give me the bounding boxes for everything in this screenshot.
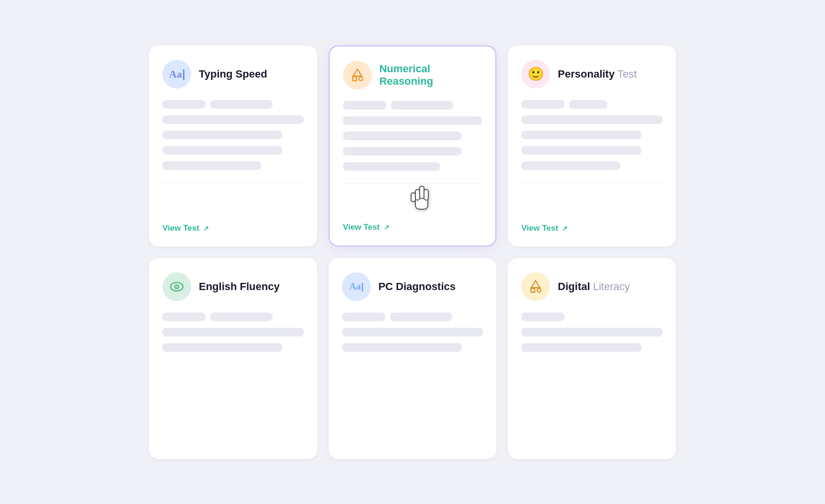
card-digital-literacy[interactable]: Digital Literacy — [508, 258, 676, 459]
card-personality-test[interactable]: 🙂 Personality Test View Test ↗ — [508, 45, 676, 246]
skeleton-line — [162, 343, 282, 352]
shapes-svg — [350, 67, 365, 83]
skeleton-row-1 — [343, 101, 482, 110]
skeleton-line — [162, 146, 282, 155]
skeleton-row-1 — [162, 100, 304, 109]
digital-literacy-icon — [521, 272, 550, 301]
skeleton-line — [162, 328, 304, 336]
svg-rect-1 — [353, 77, 356, 80]
skeleton-pill — [162, 100, 206, 109]
title-bold: Digital — [558, 280, 590, 292]
title-gray: Test — [615, 68, 637, 80]
external-link-icon: ↗ — [203, 224, 209, 232]
svg-point-13 — [537, 288, 541, 292]
personality-test-title: Personality Test — [558, 68, 637, 80]
cursor-hand — [408, 182, 434, 219]
typing-speed-title: Typing Speed — [199, 68, 267, 80]
skeleton-row-1 — [521, 100, 663, 109]
skeleton-line — [521, 115, 663, 124]
svg-point-2 — [359, 77, 363, 80]
skeleton-line — [343, 132, 461, 140]
skeleton-line — [343, 116, 482, 125]
skeleton-row-1 — [342, 313, 483, 321]
skeleton-pill — [162, 313, 206, 321]
skeleton-pill — [521, 100, 564, 109]
svg-rect-4 — [420, 186, 424, 199]
personality-test-icon: 🙂 — [521, 60, 550, 89]
skeleton-line — [162, 115, 304, 124]
skeleton-pill — [390, 313, 452, 321]
card-header: English Fluency — [162, 272, 304, 301]
smiley-icon: 🙂 — [527, 66, 544, 82]
skeleton-line — [162, 131, 282, 139]
card-header: 🙂 Personality Test — [521, 60, 663, 89]
skeleton-pill — [342, 313, 385, 321]
card-english-fluency[interactable]: English Fluency — [149, 258, 317, 459]
external-link-icon: ↗ — [562, 224, 568, 232]
skeleton-line — [343, 162, 440, 171]
card-header: Numerical Reasoning — [343, 61, 482, 90]
card-header: Digital Literacy — [521, 272, 663, 301]
skeleton-line — [343, 147, 461, 156]
skeleton-pill — [210, 313, 273, 321]
pc-text-icon: Aa — [349, 281, 363, 292]
skeleton-line — [521, 131, 641, 139]
pc-diagnostics-icon: Aa — [342, 272, 371, 301]
svg-point-10 — [176, 286, 178, 287]
svg-rect-5 — [415, 190, 420, 200]
skeleton-line — [521, 146, 641, 155]
test-cards-grid: Aa Typing Speed View Test ↗ — [149, 45, 676, 459]
svg-marker-11 — [531, 280, 540, 287]
view-test-link-personality[interactable]: View Test ↗ — [521, 216, 663, 233]
skeleton-line — [521, 161, 620, 170]
view-test-link-typing[interactable]: View Test ↗ — [162, 216, 304, 233]
digital-shapes-svg — [528, 279, 543, 294]
card-header: Aa PC Diagnostics — [342, 272, 483, 301]
divider — [162, 182, 304, 183]
title-bold: Personality — [558, 68, 615, 80]
english-fluency-icon — [162, 272, 191, 301]
numerical-reasoning-title: Numerical Reasoning — [379, 63, 482, 88]
card-numerical-reasoning[interactable]: Numerical Reasoning View Test ↗ — [329, 45, 497, 246]
skeleton-row-1 — [521, 313, 663, 321]
skeleton-row-1 — [162, 313, 304, 321]
skeleton-pill — [343, 101, 386, 110]
skeleton-line — [342, 343, 462, 352]
card-header: Aa Typing Speed — [162, 60, 304, 89]
pc-diagnostics-title: PC Diagnostics — [378, 280, 456, 293]
skeleton-line — [521, 328, 663, 336]
divider — [521, 182, 663, 183]
svg-rect-12 — [531, 288, 535, 292]
skeleton-line — [342, 328, 483, 336]
english-fluency-title: English Fluency — [199, 280, 280, 293]
skeleton-pill — [391, 101, 453, 110]
skeleton-pill — [569, 100, 607, 109]
skeleton-pill — [521, 313, 564, 321]
divider — [343, 183, 482, 184]
svg-rect-3 — [415, 196, 428, 209]
svg-rect-7 — [411, 193, 415, 202]
title-gray: Literacy — [590, 280, 630, 292]
digital-literacy-title: Digital Literacy — [558, 280, 630, 293]
card-typing-speed[interactable]: Aa Typing Speed View Test ↗ — [149, 45, 317, 246]
numerical-reasoning-icon — [343, 61, 372, 90]
typing-speed-icon: Aa — [162, 60, 191, 89]
skeleton-line — [521, 343, 641, 352]
eye-svg — [170, 280, 184, 294]
external-link-icon: ↗ — [384, 224, 390, 231]
svg-rect-6 — [424, 190, 428, 200]
card-pc-diagnostics[interactable]: Aa PC Diagnostics — [329, 258, 497, 459]
view-test-link-numerical[interactable]: View Test ↗ — [343, 215, 482, 232]
svg-marker-0 — [353, 69, 362, 76]
skeleton-pill — [210, 100, 273, 109]
hand-cursor-svg — [408, 182, 434, 213]
skeleton-line — [162, 161, 261, 170]
